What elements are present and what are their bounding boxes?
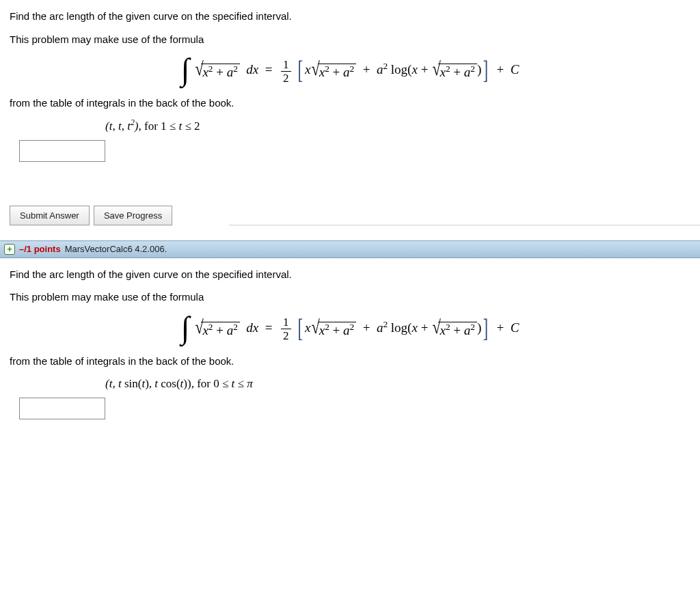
- formula-intro: This problem may make use of the formula: [10, 33, 690, 46]
- problem-prompt: Find the arc length of the given curve o…: [10, 268, 690, 281]
- submit-answer-button[interactable]: Submit Answer: [10, 206, 90, 225]
- answer-field-wrap: [19, 140, 690, 162]
- question-source: MarsVectorCalc6 4.2.006.: [65, 244, 167, 254]
- answer-field-wrap: [19, 398, 690, 419]
- curve-definition: (t, t, t2), for 1 ≤ t ≤ 2: [10, 120, 690, 133]
- button-row: Submit Answer Save Progress: [0, 206, 700, 225]
- separator-line: [229, 225, 700, 225]
- formula-outro: from the table of integrals in the back …: [10, 96, 690, 110]
- answer-input[interactable]: [19, 140, 105, 162]
- integral-formula: ∫ √x2 + a2 dx = 12 [x√x2 + a2 + a2 log(x…: [10, 314, 690, 345]
- save-progress-button[interactable]: Save Progress: [94, 206, 172, 225]
- problem-1: Find the arc length of the given curve o…: [0, 0, 700, 171]
- formula-intro: This problem may make use of the formula: [10, 290, 690, 304]
- formula-outro: from the table of integrals in the back …: [10, 355, 690, 368]
- problem-2: Find the arc length of the given curve o…: [0, 258, 700, 430]
- curve-definition: (t, t sin(t), t cos(t)), for 0 ≤ t ≤ π: [10, 377, 690, 391]
- integral-formula: ∫ √x2 + a2 dx = 12 [x√x2 + a2 + a2 log(x…: [10, 55, 690, 87]
- problem-prompt: Find the arc length of the given curve o…: [10, 10, 690, 23]
- question-header: + –/1 points MarsVectorCalc6 4.2.006.: [0, 240, 700, 258]
- expand-icon[interactable]: +: [4, 244, 15, 255]
- answer-input[interactable]: [19, 398, 105, 419]
- points-label: –/1 points: [19, 244, 61, 254]
